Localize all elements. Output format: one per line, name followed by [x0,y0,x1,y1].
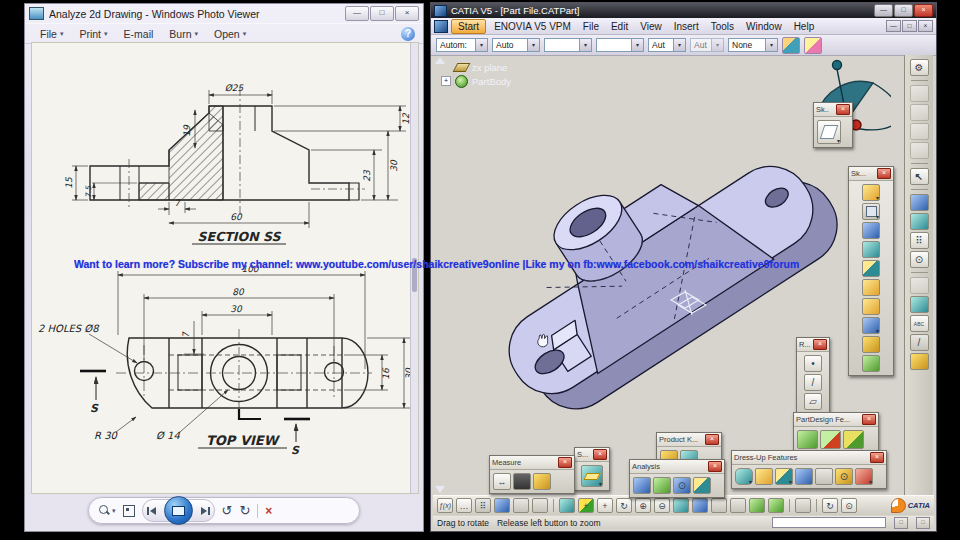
previous-button[interactable] [147,507,156,515]
swap-space-icon[interactable] [768,498,784,513]
shell-icon[interactable] [795,468,813,485]
actual-size-button[interactable] [123,505,135,517]
pocket-icon[interactable]: ▾ [862,203,880,220]
menu-file[interactable]: File [577,20,605,33]
rotate-ccw-button[interactable]: ↺ [222,504,233,517]
child-minimize-button[interactable]: — [886,20,901,32]
minimize-button[interactable]: — [874,4,893,17]
zoom-out-icon[interactable]: ⊖ [654,498,670,513]
close-icon[interactable]: × [708,461,722,472]
next-button[interactable] [201,507,210,515]
rib-icon[interactable] [862,279,880,296]
close-icon[interactable]: × [705,434,719,445]
rotate-cw-button[interactable]: ↻ [239,504,250,517]
normal-view-icon[interactable] [673,498,689,513]
window-layout-icon[interactable] [910,296,929,313]
update-gear-icon[interactable]: ⚙ [910,59,929,76]
hide-show-icon[interactable] [749,498,765,513]
menu-open[interactable]: Open▾ [207,26,253,42]
curvature-analysis-icon[interactable] [633,477,651,494]
multi-sections-solid-icon[interactable]: ▾ [862,317,880,334]
draft-angle-icon[interactable]: ▾ [775,468,793,485]
abc-ruler-icon[interactable]: ABC [910,315,929,332]
lock-icon[interactable] [513,498,529,513]
pan-icon[interactable]: + [597,498,613,513]
menu-print[interactable]: Print▾ [72,26,114,42]
catia-titlebar[interactable]: CATIA V5 - [Part File.CATPart] — □ × [431,3,936,18]
measure-between-icon[interactable]: ↔ [493,473,511,490]
draft-analysis-icon[interactable] [693,477,711,494]
measure-inertia-icon[interactable] [533,473,551,490]
surfaces-icon[interactable]: ▾ [581,465,603,487]
menu-tools[interactable]: Tools [705,20,740,33]
help-icon[interactable]: ? [401,27,415,41]
rotate-icon[interactable]: ↻ [616,498,632,513]
shaft-icon[interactable] [862,222,880,239]
point-symbol-select[interactable]: Aut▾ [648,38,686,52]
compass-icon[interactable]: + [578,498,594,513]
painter-icon[interactable] [782,37,800,54]
menu-start[interactable]: Start [451,19,486,34]
maximize-button[interactable]: □ [370,6,394,21]
line-color-select[interactable]: Auto▾ [492,38,540,52]
sketch-icon[interactable]: ▾ [817,120,841,144]
delete-button[interactable]: × [265,504,272,518]
close-icon[interactable]: × [862,414,876,425]
multi-view-icon[interactable] [692,498,708,513]
layer-select[interactable]: None▾ [728,38,778,52]
wizard-icon[interactable] [804,37,822,54]
menu-enovia[interactable]: ENOVIA V5 VPM [488,20,577,33]
pad-icon[interactable]: ▾ [862,184,880,201]
status-button-2[interactable]: □ [916,517,930,529]
thread-tap-icon[interactable]: ⊙ [835,468,853,485]
close-button[interactable]: × [395,6,419,21]
menu-email[interactable]: E-mail [117,26,161,42]
menu-burn[interactable]: Burn▾ [162,26,205,42]
menu-insert[interactable]: Insert [668,20,705,33]
groove-icon[interactable] [862,241,880,258]
measure-item-icon[interactable] [513,473,531,490]
status-button-1[interactable]: □ [894,517,908,529]
thickness-icon[interactable] [815,468,833,485]
new-window-icon[interactable] [532,498,548,513]
close-icon[interactable]: × [836,104,850,115]
iso-view-icon[interactable] [711,498,727,513]
printer-icon[interactable] [795,498,811,513]
remove-body-icon[interactable] [843,430,864,449]
menu-file[interactable]: File▾ [33,26,70,42]
assemble-body-icon[interactable] [797,430,818,449]
child-restore-button[interactable]: □ [902,20,917,32]
photo-viewer-titlebar[interactable]: Analyze 2d Drawing - Windows Photo Viewe… [25,4,423,23]
close-button[interactable]: × [914,4,933,17]
power-input-field[interactable] [772,517,886,528]
mouse-icon[interactable]: ⊙ [841,498,857,513]
menu-view[interactable]: View [634,20,668,33]
fx-icon[interactable]: ƒ(x) [437,498,453,513]
menu-help[interactable]: Help [788,20,821,33]
fly-through-icon[interactable] [910,213,929,230]
grid-icon[interactable]: ⠿ [910,232,929,249]
zoom-button[interactable]: ▾ [99,505,116,516]
solid-combine-icon[interactable] [862,355,880,372]
render-style-icon[interactable] [730,498,746,513]
fly-mode-icon[interactable] [559,498,575,513]
menu-edit[interactable]: Edit [605,20,634,33]
plane-icon[interactable]: ▱ [804,393,822,410]
close-icon[interactable]: × [813,339,827,350]
refresh-icon[interactable]: ↻ [822,498,838,513]
calculator-icon[interactable]: ⠿ [475,498,491,513]
axis-system-icon[interactable]: ⊙ [910,251,929,268]
close-icon[interactable]: × [558,457,572,468]
line-type-select[interactable]: ▾ [596,38,644,52]
maximize-button[interactable]: □ [894,4,913,17]
thread-analysis-icon[interactable]: ⊙ [673,477,691,494]
close-icon[interactable]: × [877,168,891,179]
add-body-icon[interactable] [820,430,841,449]
point-icon[interactable]: • [804,355,822,372]
chat-icon[interactable]: … [456,498,472,513]
select-arrow-icon[interactable]: ↖ [910,168,929,185]
close-icon[interactable]: × [870,452,884,463]
slot-icon[interactable] [862,298,880,315]
fill-color-select[interactable]: Autom:▾ [436,38,488,52]
minimize-button[interactable]: — [345,6,369,21]
